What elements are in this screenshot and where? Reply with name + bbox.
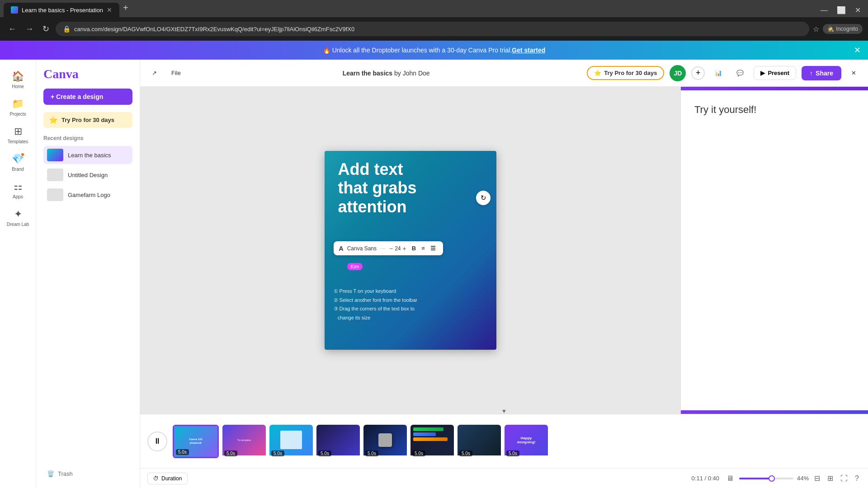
design-item-untitled[interactable]: Untitled Design [43,166,132,184]
user-avatar[interactable]: JD [670,65,686,81]
slide-canvas[interactable]: Add textthat grabsattention A Canva Sans… [140,87,680,414]
sidebar-label-templates: Templates [8,139,28,144]
incognito-button[interactable]: 🕵️ Incognito [823,24,863,34]
slide-thumb-3[interactable]: 5.0s [269,425,313,458]
minimize-button[interactable]: — [817,5,831,15]
sidebar: 🏠 Home 📁 Projects ⊞ Templates 💎 Brand ⚏ … [0,60,36,488]
app-container: 🏠 Home 📁 Projects ⊞ Templates 💎 Brand ⚏ … [0,60,868,488]
create-design-button[interactable]: + Create a design [43,89,132,105]
back-button[interactable]: ← [5,23,19,36]
slide-thumb-8[interactable]: Happydesigning! 5.0s [505,425,548,458]
help-icon[interactable]: ? [853,473,861,484]
try-yourself-text: Try it yourself! [694,104,854,116]
instruction-3: ③ Drag the corners of the text box to ch… [334,305,418,323]
time-current: 0:11 [692,475,703,482]
duration-button[interactable]: ⏱ Duration [147,473,188,484]
close-button[interactable]: ✕ [851,5,864,15]
sidebar-item-home[interactable]: 🏠 Home [2,67,34,93]
sidebar-label-brand: Brand [12,167,24,172]
design-thumb-gamefarm [47,188,63,201]
font-size-decrease[interactable]: − [389,245,393,252]
design-item-learn[interactable]: Learn the basics [43,146,132,164]
bold-button[interactable]: B [410,244,418,253]
home-icon: 🏠 [12,70,24,82]
banner-close-button[interactable]: ✕ [854,45,861,55]
instruction-1: ① Press T on your keyboard [334,287,418,296]
zoom-slider[interactable] [739,478,793,479]
sidebar-label-projects: Projects [9,112,26,117]
banner-cta[interactable]: Get started [512,47,545,54]
file-menu-button[interactable]: File [167,67,185,79]
align-button[interactable]: ≡ [420,244,427,253]
time-display: 0:11 / 0:40 [692,475,719,482]
pause-button[interactable]: ⏸ [147,432,167,451]
maximize-button[interactable]: ⬜ [833,5,849,15]
thumb-duration-7: 5.0s [459,450,472,456]
analytics-button[interactable]: 📊 [710,67,726,79]
design-thumb-untitled [47,169,63,181]
slide-thumb-2[interactable]: Try templates 5.0s [222,425,266,458]
editor-close-button[interactable]: ✕ [847,67,861,79]
add-collaborator-button[interactable]: + [691,66,705,80]
sidebar-item-apps[interactable]: ⚏ Apps [2,177,34,203]
font-size-increase[interactable]: + [403,245,406,252]
slide-thumb-6[interactable]: 5.0s [410,425,454,458]
browser-chrome: Learn the basics - Presentation ✕ + — ⬜ … [0,0,868,41]
promo-banner: 🔥 Unlock all the Droptober launches with… [0,41,868,60]
slide-thumb-5[interactable]: 5.0s [363,425,407,458]
thumb-duration-6: 5.0s [412,450,425,456]
tab-close-btn[interactable]: ✕ [107,6,112,14]
zoom-handle[interactable] [769,475,775,482]
scroll-indicator: ▼ [501,408,507,414]
layout-icon[interactable]: ⊞ [826,472,835,484]
slide-main-text: Add textthat grabsattention [338,160,417,216]
file-menu-label: File [171,70,181,76]
comments-button[interactable]: 💬 [732,67,748,79]
share-icon: ↑ [810,70,813,77]
forward-button[interactable]: → [23,23,36,36]
apps-icon: ⚏ [14,181,23,192]
zoom-track [739,478,793,479]
side-panel-header-bar [681,87,868,90]
design-thumb-learn [47,149,63,161]
trash-button[interactable]: 🗑️ Trash [43,467,132,481]
sidebar-item-templates[interactable]: ⊞ Templates [2,122,34,148]
share-button[interactable]: ↑ Share [802,66,841,80]
banner-text: 🔥 Unlock all the Droptober launches with… [323,47,512,54]
active-tab[interactable]: Learn the basics - Presentation ✕ [4,3,119,17]
thumb-duration-2: 5.0s [224,450,237,456]
monitor-icon[interactable]: 🖥 [725,473,736,484]
present-button[interactable]: ▶ Present [754,66,796,80]
slide-thumb-1[interactable]: Canva 101playbook 5.0s [173,425,219,458]
address-bar[interactable]: 🔒 canva.com/design/DAGVwfOnLO4/GXtEDZ7Tx… [56,22,809,36]
slide-thumb-7[interactable]: 5.0s [458,425,501,458]
design-item-gamefarm[interactable]: Gamefarm Logo [43,186,132,204]
instruction-2: ② Select another font from the toolbar [334,296,418,305]
grid-icon[interactable]: ⊟ [812,472,822,484]
new-tab-button[interactable]: + [123,3,128,13]
sidebar-item-brand[interactable]: 💎 Brand [2,150,34,175]
refresh-button[interactable]: ↻ [40,22,52,36]
try-pro-button[interactable]: ⭐ Try Pro for 30 days [587,66,664,80]
sidebar-item-dreamlab[interactable]: ✦ Dream Lab [2,205,34,230]
pro-trial-badge[interactable]: ⭐ Try Pro for 30 days [43,112,132,128]
document-title: Learn the basics by John Doe [191,70,581,77]
bookmark-button[interactable]: ☆ [813,25,819,33]
fullscreen-icon[interactable]: ⛶ [839,473,849,484]
editor-toolbar: ↗ File Learn the basics by John Doe ⭐ Tr… [140,60,868,87]
left-panel: Canva + Create a design ⭐ Try Pro for 30… [36,60,140,488]
refresh-overlay-button[interactable]: ↻ [476,191,491,205]
slide-thumb-4[interactable]: 5.0s [316,425,360,458]
list-button[interactable]: ☰ [429,244,438,253]
analytics-icon: 📊 [715,70,722,76]
sidebar-label-dreamlab: Dream Lab [7,222,29,227]
thumb-duration-4: 5.0s [318,450,331,456]
external-link-button[interactable]: ↗ [147,67,161,79]
side-panel-bottom-bar [681,410,868,414]
canva-logo: Canva [43,67,132,81]
main-editor: ↗ File Learn the basics by John Doe ⭐ Tr… [140,60,868,488]
time-total: 0:40 [708,475,719,482]
url-display: canva.com/design/DAGVwfOnLO4/GXtEDZ7TxI9… [74,26,802,33]
canvas-area: Add textthat grabsattention A Canva Sans… [140,87,868,414]
sidebar-item-projects[interactable]: 📁 Projects [2,94,34,120]
